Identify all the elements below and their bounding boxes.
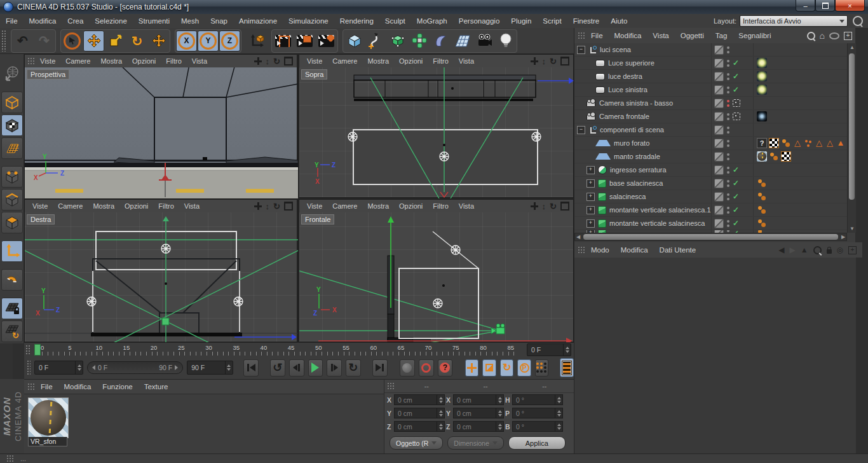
vp-menu-viste[interactable]: Viste [35,57,60,65]
menu-snap[interactable]: Snap [205,17,233,25]
panel-grip[interactable] [387,382,395,390]
vp-menu-camere[interactable]: Camere [53,202,88,210]
current-frame-field[interactable]: 0 F [527,343,571,356]
visibility-dots[interactable] [727,140,729,147]
collapse-icon[interactable]: − [577,126,585,134]
vp-menu-filtro[interactable]: Filtro [153,202,179,210]
close-button[interactable]: × [835,0,865,11]
object-row[interactable]: manto stradale [574,150,847,163]
scroll-left-icon[interactable]: ◀ [575,234,581,240]
dolly-view-icon[interactable]: ↕ [542,202,546,211]
rot-h-field[interactable]: 0 ° [512,394,563,405]
object-row[interactable]: Camera sinistra - basso [574,97,847,110]
filter-icon[interactable] [829,32,839,39]
layer-toggle[interactable] [714,219,724,228]
toggle-view-icon[interactable] [560,57,569,66]
enabled-check-icon[interactable]: ✓ [733,165,740,174]
toolbar-grip[interactable] [1,30,6,52]
vp-menu-vista[interactable]: Vista [187,57,212,65]
panel-grip[interactable] [578,32,585,39]
size-y-field[interactable]: 0 cm [453,408,504,418]
key-scale-button[interactable] [482,359,496,377]
points-mode-button[interactable] [1,166,23,188]
add-primitive-button[interactable] [344,31,365,52]
panel-grip[interactable] [27,57,35,65]
history-forward-icon[interactable]: ▶ [789,246,795,254]
play-button[interactable] [308,359,323,377]
om-menu-oggetti[interactable]: Oggetti [675,32,710,39]
add-light-button[interactable] [495,31,516,52]
layer-toggle[interactable] [714,72,724,81]
layer-toggle[interactable] [714,85,724,95]
size-mode-dropdown[interactable]: Dimensione [447,436,503,450]
vp-menu-viste[interactable]: Viste [27,202,53,210]
visibility-dots[interactable] [727,127,729,134]
stepper-icon[interactable] [225,361,233,374]
add-modeling-object-button[interactable] [409,31,430,52]
render-picture-viewer-button[interactable] [294,31,315,52]
add-scene-object-button[interactable] [452,31,473,52]
render-settings-button[interactable] [316,31,337,52]
vp-menu-filtro[interactable]: Filtro [161,57,186,65]
pan-view-icon[interactable] [531,202,538,210]
redo-button[interactable]: ↷ [34,31,55,52]
make-editable-button[interactable] [1,63,23,85]
lock-y-axis-button[interactable]: Y [198,31,219,52]
autokey-help-button[interactable]: ? [438,359,453,377]
layer-toggle[interactable] [714,152,724,162]
vp-menu-camere[interactable]: Camere [60,57,95,65]
viewport-top-canvas[interactable]: Y Z X Sopra [299,67,573,197]
home-icon[interactable]: ⌂ [820,31,825,40]
size-z-field[interactable]: 0 cm [453,421,504,432]
layer-toggle[interactable] [714,192,724,202]
menu-strumenti[interactable]: Strumenti [133,17,175,25]
render-view-button[interactable] [273,31,294,52]
object-row[interactable]: muro forato ? △ △ △ ▲ ▲ [574,137,847,150]
menu-mesh[interactable]: Mesh [175,17,205,25]
selection-tag-icon[interactable]: △ [793,138,802,148]
texture-mode-button[interactable] [1,114,23,136]
search-icon[interactable] [813,246,822,254]
enabled-check-icon[interactable]: ✓ [733,72,740,81]
texture-tag-icon[interactable] [781,151,791,162]
vp-menu-filtro[interactable]: Filtro [428,57,453,65]
visibility-dots[interactable] [727,153,729,160]
transport-grip[interactable] [27,360,31,375]
attr-menu-modifica[interactable]: Modifica [615,246,654,254]
attribute-manager-body[interactable] [574,258,856,453]
scroll-down-icon[interactable]: ▼ [848,226,857,232]
object-row[interactable]: −componenti di scena [574,123,847,137]
timeline-ruler[interactable]: 051015202530354045505560657075808590 [33,343,523,356]
goto-start-button[interactable] [243,359,259,377]
workplane-mode-button[interactable] [1,137,23,159]
polygons-mode-button[interactable] [1,212,23,233]
dolly-view-icon[interactable]: ↕ [266,57,270,66]
size-x-field[interactable]: 0 cm [453,394,504,405]
menu-script[interactable]: Script [537,17,567,25]
menu-animazione[interactable]: Animazione [233,17,283,25]
expand-icon[interactable]: + [587,179,595,188]
menu-sculpt[interactable]: Sculpt [379,17,411,25]
search-icon[interactable] [853,16,863,26]
object-row[interactable]: +salacinesca ✓ [574,190,847,204]
vp-menu-opzioni[interactable]: Opzioni [394,202,428,210]
live-selection-button[interactable] [62,31,83,52]
scrollbar-thumb[interactable] [583,234,838,240]
om-menu-file[interactable]: File [585,32,609,39]
toggle-view-icon[interactable] [284,202,293,211]
enable-axis-button[interactable] [1,240,23,262]
frame-range-slider[interactable]: 0 F 90 F [87,361,183,374]
pos-x-field[interactable]: 0 cm [394,394,445,405]
target-tag-icon[interactable] [733,99,740,107]
layer-toggle[interactable] [714,125,724,135]
visibility-dots[interactable] [727,100,729,107]
rotate-button[interactable]: ↻ [126,31,147,52]
phong-tag-icon[interactable] [757,218,767,228]
step-back-button[interactable] [289,359,304,377]
model-mode-button[interactable] [1,92,23,113]
object-row[interactable]: +ingresso serratura ✓ [574,163,847,177]
dolly-view-icon[interactable]: ↕ [542,57,546,66]
align-workplane-button[interactable]: ↻ [1,321,23,342]
expand-icon[interactable]: + [587,166,595,174]
frame-start-field[interactable]: 0 F [34,361,83,375]
